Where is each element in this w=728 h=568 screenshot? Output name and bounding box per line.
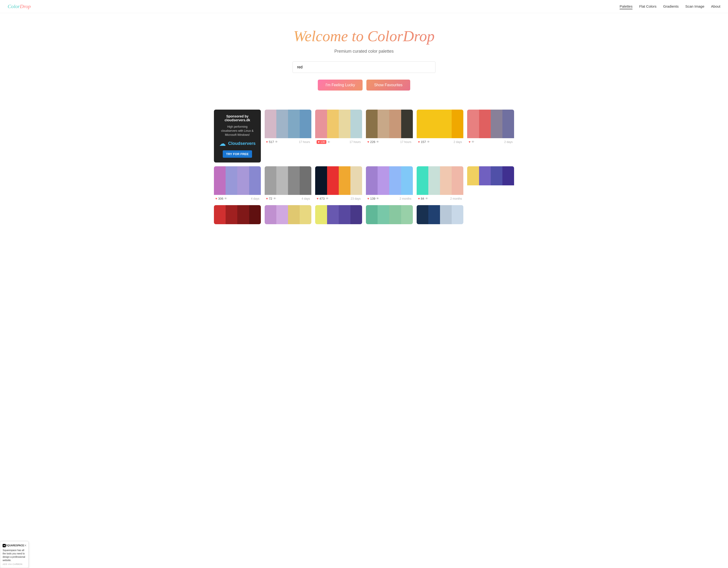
- likes-count: 84: [421, 197, 424, 200]
- swatch: [350, 110, 362, 138]
- sponsor-cta[interactable]: TRY FOR FREE: [223, 150, 252, 158]
- palette-time: 2 months: [399, 197, 411, 200]
- palette-swatches: [417, 110, 464, 138]
- palette-time: 2 months: [450, 197, 462, 200]
- swatch: [327, 166, 339, 195]
- likes-count: 306: [218, 197, 223, 200]
- palette-card[interactable]: ♥ 84 👁 2 months: [417, 166, 464, 201]
- palette-meta: ♥ 139 👁 2 months: [366, 195, 413, 201]
- palette-meta: ♥ 84 👁 2 months: [417, 195, 464, 201]
- swatch: [440, 205, 452, 224]
- hero-title: Welcome to ColorDrop: [5, 27, 723, 45]
- nav-menu: Palettes Flat Colors Gradients Scan Imag…: [620, 4, 720, 9]
- favourites-button[interactable]: Show Favourites: [366, 80, 410, 91]
- lucky-button[interactable]: I'm Feeling Lucky: [318, 80, 363, 91]
- swatch: [401, 205, 413, 224]
- nav-palettes[interactable]: Palettes: [620, 4, 632, 9]
- palette-card[interactable]: [366, 205, 413, 224]
- swatch: [249, 166, 261, 195]
- sponsor-title: Sponsored by cloudservers.dk: [219, 114, 256, 122]
- palette-likes: ♥ 157 👁: [418, 140, 430, 144]
- swatch: [467, 166, 479, 185]
- hero-section: Welcome to ColorDrop Premium curated col…: [0, 13, 728, 100]
- palette-swatches: [315, 166, 362, 195]
- hero-subtitle: Premium curated color palettes: [5, 49, 723, 54]
- swatch: [300, 110, 311, 138]
- palette-card[interactable]: ♥ 72 👁 4 days: [265, 166, 312, 201]
- eye-icon: 👁: [471, 140, 475, 144]
- swatch: [366, 205, 378, 224]
- swatch: [491, 110, 502, 138]
- swatch: [339, 166, 350, 195]
- palette-likes: ♥ 306 👁: [215, 197, 227, 200]
- navigation: ColorDrop Palettes Flat Colors Gradients…: [0, 0, 728, 13]
- eye-icon: 👁: [224, 197, 227, 200]
- palette-time: 2 days: [504, 140, 513, 144]
- swatch: [276, 110, 288, 138]
- logo[interactable]: ColorDrop: [8, 3, 31, 10]
- likes-count: 139: [370, 197, 375, 200]
- palette-likes: ♥ 139 👁: [367, 197, 379, 200]
- palette-card[interactable]: [417, 205, 464, 224]
- swatch: [389, 205, 401, 224]
- palette-card[interactable]: [265, 205, 312, 224]
- sponsor-desc: High performing cloudservers with Linux …: [219, 125, 256, 137]
- palettes-section: Sponsored by cloudservers.dk High perfor…: [0, 100, 728, 234]
- swatch: [327, 205, 339, 224]
- palette-card[interactable]: ♥ 306 👁 4 days: [214, 166, 261, 201]
- palette-meta: ♥ 72 👁 4 days: [265, 195, 312, 201]
- swatch: [417, 166, 428, 195]
- search-input[interactable]: [293, 61, 435, 73]
- nav-scan-image[interactable]: Scan Image: [685, 4, 704, 8]
- likes-count: 473: [319, 197, 325, 200]
- palette-card[interactable]: [467, 166, 514, 201]
- likes-count: 226: [370, 140, 375, 144]
- palette-card[interactable]: ♥ 157 👁 2 days: [417, 110, 464, 162]
- palette-time: 17 hours: [400, 140, 411, 144]
- swatch: [300, 205, 311, 224]
- palette-card[interactable]: [214, 205, 261, 224]
- palette-meta: ♥ 157 👁 2 days: [417, 138, 464, 145]
- swatch: [440, 110, 452, 138]
- palette-likes: ♥ 72 👁: [266, 197, 276, 200]
- swatch: [300, 166, 311, 195]
- swatch: [276, 166, 288, 195]
- palette-swatches: [315, 110, 362, 138]
- swatch: [366, 166, 378, 195]
- eye-icon: 👁: [427, 140, 430, 144]
- palette-card[interactable]: [315, 205, 362, 224]
- swatch: [389, 166, 401, 195]
- palette-meta: ♥ 306 👁 4 days: [214, 195, 261, 201]
- eye-icon: 👁: [376, 197, 379, 200]
- palette-card[interactable]: ♥ 139 👁 2 months: [366, 166, 413, 201]
- palette-time: 2 days: [454, 140, 462, 144]
- heart-highlighted-icon: ♥ 130: [317, 140, 326, 144]
- palette-likes: ♥ 84 👁: [418, 197, 428, 200]
- likes-count: 72: [269, 197, 272, 200]
- likes-count: 517: [269, 140, 274, 144]
- palette-card[interactable]: ♥ 473 👁 23 days: [315, 166, 362, 201]
- eye-icon: 👁: [275, 140, 278, 144]
- swatch: [479, 110, 491, 138]
- palette-card[interactable]: ♥ 👁 2 days: [467, 110, 514, 162]
- swatch: [265, 166, 276, 195]
- nav-gradients[interactable]: Gradients: [663, 4, 679, 8]
- swatch: [440, 166, 452, 195]
- swatch: [401, 110, 413, 138]
- heart-icon: ♥: [367, 140, 369, 144]
- nav-about[interactable]: About: [711, 4, 720, 8]
- swatch: [417, 205, 428, 224]
- palette-time: 17 hours: [349, 140, 361, 144]
- sponsor-cloud-name: Cloudservers: [228, 141, 256, 146]
- swatch: [366, 110, 378, 138]
- swatch: [467, 110, 479, 138]
- swatch: [401, 166, 413, 195]
- palette-meta: ♥ 226 👁 17 hours: [366, 138, 413, 145]
- swatch: [389, 110, 401, 138]
- palette-swatches: [265, 110, 312, 138]
- palette-time: 4 days: [302, 197, 310, 200]
- nav-flat-colors[interactable]: Flat Colors: [639, 4, 657, 8]
- palette-card[interactable]: ♥ 517 👁 17 hours: [265, 110, 312, 162]
- palette-card[interactable]: ♥ 226 👁 17 hours: [366, 110, 413, 162]
- palette-card[interactable]: ♥ 130 👁 17 hours: [315, 110, 362, 162]
